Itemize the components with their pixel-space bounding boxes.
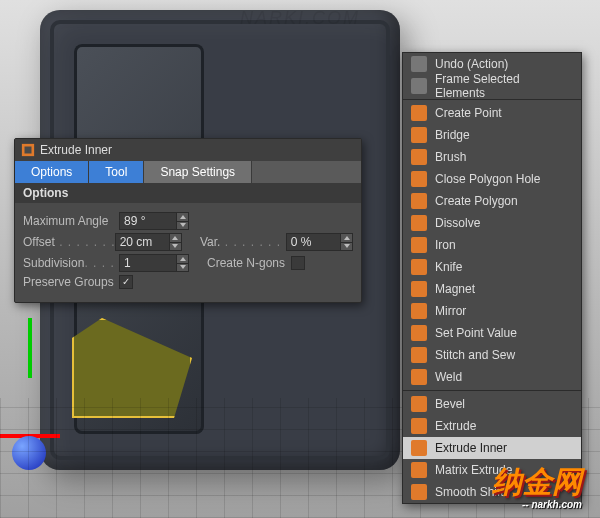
bevel-icon: [411, 396, 427, 412]
extrude-inner-icon: [21, 143, 35, 157]
menu-item-stitch-and-sew[interactable]: Stitch and Sew: [403, 344, 581, 366]
knife-icon: [411, 259, 427, 275]
checkbox-preserve-groups[interactable]: [119, 275, 133, 289]
section-header-options: Options: [15, 183, 361, 203]
menu-item-bridge[interactable]: Bridge: [403, 124, 581, 146]
menu-item-close-polygon-hole[interactable]: Close Polygon Hole: [403, 168, 581, 190]
panel-tabs: Options Tool Snap Settings: [15, 161, 361, 183]
menu-item-label: Create Polygon: [435, 194, 518, 208]
menu-item-label: Frame Selected Elements: [435, 72, 573, 100]
menu-item-knife[interactable]: Knife: [403, 256, 581, 278]
menu-item-label: Set Point Value: [435, 326, 517, 340]
menu-item-magnet[interactable]: Magnet: [403, 278, 581, 300]
input-offset[interactable]: 20 cm: [115, 233, 182, 251]
tab-options[interactable]: Options: [15, 161, 89, 183]
menu-item-label: Stitch and Sew: [435, 348, 515, 362]
tool-panel-extrude-inner: Extrude Inner Options Tool Snap Settings…: [14, 138, 362, 303]
menu-item-iron[interactable]: Iron: [403, 234, 581, 256]
menu-item-mirror[interactable]: Mirror: [403, 300, 581, 322]
context-menu: Undo (Action)Frame Selected ElementsCrea…: [402, 52, 582, 504]
label-preserve-groups: Preserve Groups: [23, 275, 119, 289]
menu-item-label: Extrude: [435, 419, 476, 433]
extrude-icon: [411, 418, 427, 434]
menu-item-label: Dissolve: [435, 216, 480, 230]
menu-item-label: Mirror: [435, 304, 466, 318]
menu-item-dissolve[interactable]: Dissolve: [403, 212, 581, 234]
tab-snap-settings[interactable]: Snap Settings: [144, 161, 252, 183]
bridge-icon: [411, 127, 427, 143]
extrude-inner-icon: [411, 440, 427, 456]
point-icon: [411, 105, 427, 121]
menu-item-label: Create Point: [435, 106, 502, 120]
watermark: 纳金网 -- narkh.com: [492, 462, 582, 510]
gizmo-x-axis[interactable]: [0, 434, 60, 438]
smooth-shift-icon: [411, 484, 427, 500]
panel-fields: Maximum Angle 89 ° Offset . . . . . . . …: [15, 203, 361, 302]
input-var[interactable]: 0 %: [286, 233, 353, 251]
label-create-ngons: Create N-gons: [207, 256, 285, 270]
menu-item-label: Iron: [435, 238, 456, 252]
menu-item-label: Bevel: [435, 397, 465, 411]
stitch-icon: [411, 347, 427, 363]
create-poly-icon: [411, 193, 427, 209]
menu-item-label: Magnet: [435, 282, 475, 296]
menu-item-label: Weld: [435, 370, 462, 384]
set-point-icon: [411, 325, 427, 341]
frame-icon: [411, 78, 427, 94]
menu-item-bevel[interactable]: Bevel: [403, 393, 581, 415]
magnet-icon: [411, 281, 427, 297]
label-subdivision: Subdivision. . . .: [23, 256, 119, 270]
menu-item-extrude-inner[interactable]: Extrude Inner: [403, 437, 581, 459]
label-max-angle: Maximum Angle: [23, 214, 119, 228]
tab-tool[interactable]: Tool: [89, 161, 144, 183]
brush-icon: [411, 149, 427, 165]
gizmo-y-axis[interactable]: [28, 318, 32, 378]
menu-item-weld[interactable]: Weld: [403, 366, 581, 388]
close-poly-icon: [411, 171, 427, 187]
panel-title: Extrude Inner: [40, 143, 112, 157]
menu-item-set-point-value[interactable]: Set Point Value: [403, 322, 581, 344]
menu-item-create-point[interactable]: Create Point: [403, 102, 581, 124]
iron-icon: [411, 237, 427, 253]
menu-separator: [403, 390, 581, 391]
menu-item-label: Undo (Action): [435, 57, 508, 71]
label-offset: Offset . . . . . . . . .: [23, 235, 115, 249]
menu-item-label: Extrude Inner: [435, 441, 507, 455]
panel-titlebar[interactable]: Extrude Inner: [15, 139, 361, 161]
undo-icon: [411, 56, 427, 72]
matrix-extrude-icon: [411, 462, 427, 478]
label-var: Var. . . . . . . . .: [200, 235, 286, 249]
svg-rect-1: [25, 147, 32, 154]
selected-polygons[interactable]: [72, 318, 192, 418]
gizmo-origin[interactable]: [12, 436, 46, 470]
menu-item-label: Bridge: [435, 128, 470, 142]
watermark-top: NARKI.COM: [240, 8, 360, 29]
menu-item-label: Brush: [435, 150, 466, 164]
mirror-icon: [411, 303, 427, 319]
menu-item-label: Knife: [435, 260, 462, 274]
input-max-angle[interactable]: 89 °: [119, 212, 189, 230]
menu-item-create-polygon[interactable]: Create Polygon: [403, 190, 581, 212]
menu-item-frame-selected-elements[interactable]: Frame Selected Elements: [403, 75, 581, 97]
checkbox-create-ngons[interactable]: [291, 256, 305, 270]
input-subdivision[interactable]: 1: [119, 254, 189, 272]
menu-item-label: Close Polygon Hole: [435, 172, 540, 186]
weld-icon: [411, 369, 427, 385]
menu-item-extrude[interactable]: Extrude: [403, 415, 581, 437]
dissolve-icon: [411, 215, 427, 231]
menu-item-brush[interactable]: Brush: [403, 146, 581, 168]
